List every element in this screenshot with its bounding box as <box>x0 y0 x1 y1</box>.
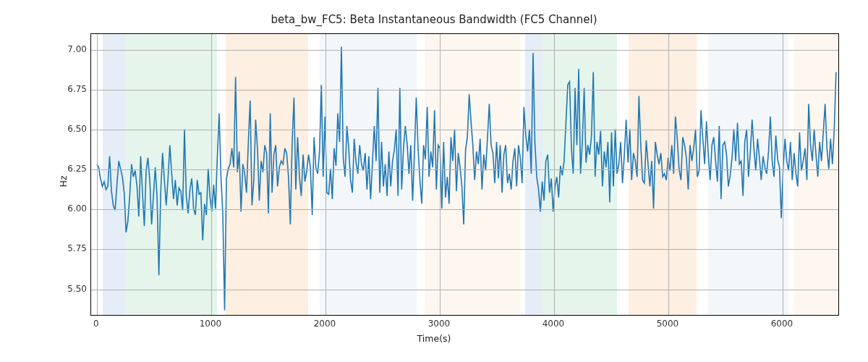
chart-title: beta_bw_FC5: Beta Instantaneous Bandwidt… <box>0 13 868 26</box>
grid-line <box>326 34 326 315</box>
figure: beta_bw_FC5: Beta Instantaneous Bandwidt… <box>0 0 868 362</box>
x-tick-label: 2000 <box>314 319 336 329</box>
grid-line <box>211 34 212 315</box>
x-tick-label: 0 <box>93 319 99 329</box>
grid-line <box>97 34 98 315</box>
x-tick-label: 3000 <box>428 319 451 329</box>
line-series <box>91 34 838 315</box>
grid-line <box>783 34 783 315</box>
x-tick-label: 5000 <box>657 319 679 329</box>
grid-line <box>440 34 441 315</box>
y-tick-label: 6.50 <box>67 124 87 134</box>
y-tick-label: 6.00 <box>67 203 87 214</box>
plot-area <box>90 33 839 316</box>
grid-line <box>91 249 838 250</box>
grid-line <box>91 169 838 170</box>
grid-line <box>554 34 555 315</box>
grid-line <box>91 90 838 90</box>
y-tick-label: 5.50 <box>67 284 87 294</box>
grid-line <box>91 209 838 210</box>
x-tick-label: 4000 <box>542 319 565 329</box>
y-tick-label: 5.75 <box>67 243 87 253</box>
x-tick-label: 1000 <box>200 319 222 329</box>
y-tick-label: 7.00 <box>67 44 87 54</box>
y-tick-label: 6.75 <box>67 84 87 94</box>
grid-line <box>91 50 838 51</box>
grid-line <box>668 34 669 315</box>
x-axis-label: Time(s) <box>0 333 868 344</box>
y-tick-label: 6.25 <box>67 164 87 174</box>
grid-line <box>91 290 838 290</box>
x-tick-label: 6000 <box>771 319 793 329</box>
grid-line <box>91 130 838 130</box>
line-path <box>97 47 836 311</box>
